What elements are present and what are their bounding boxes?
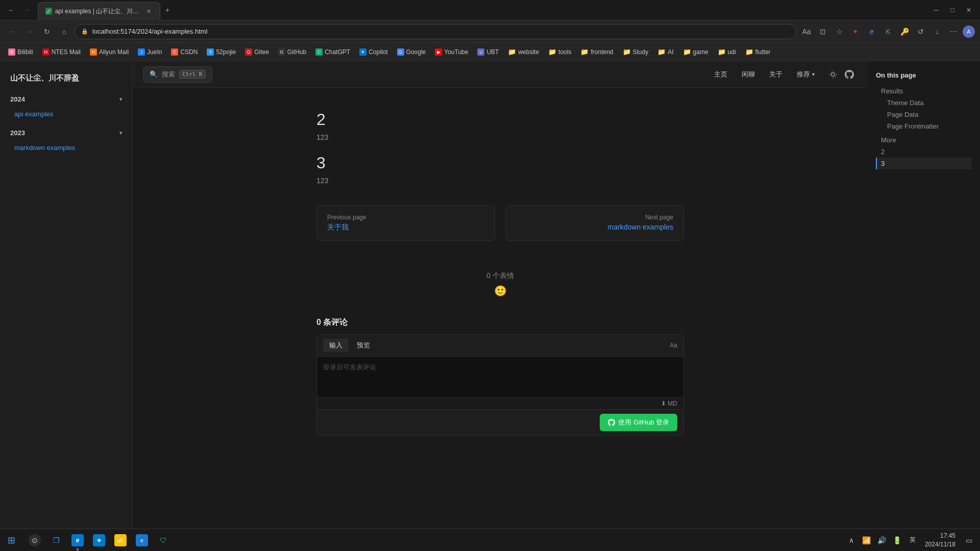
bookmark-folder-ai[interactable]: 📁 AI — [653, 46, 677, 58]
bookmark-bilibili[interactable]: B Bilibili — [4, 46, 37, 58]
download-icon[interactable]: ↓ — [930, 24, 944, 39]
bookmark-folder-tools[interactable]: 📁 tools — [544, 46, 575, 58]
bookmark-gitee[interactable]: G Gitee — [241, 46, 273, 58]
forward-button[interactable]: → — [19, 3, 34, 17]
forward-nav-button[interactable]: → — [22, 24, 37, 39]
search-text: 搜索 — [162, 70, 175, 79]
bookmark-ntes[interactable]: M NTES Mail — [38, 46, 85, 58]
url-input[interactable]: 🔒 localhost:5174/2024/api-examples.html — [75, 24, 796, 39]
toc-theme-data[interactable]: Theme Data — [876, 97, 972, 109]
explorer-taskbar-button[interactable]: 📁 — [110, 529, 131, 552]
vscode-taskbar-icon: ◈ — [93, 534, 105, 546]
bookmark-github[interactable]: G GitHub — [274, 46, 310, 58]
editor-font-size[interactable]: Aa — [670, 342, 677, 349]
bookmark-52pojie[interactable]: 5 52pojie — [203, 46, 240, 58]
bookmark-juejin[interactable]: J JueIn — [134, 46, 166, 58]
folder-icon: 📁 — [718, 48, 726, 56]
ie-taskbar-button[interactable]: e — [132, 529, 152, 552]
language-indicator[interactable]: 英 — [906, 536, 919, 544]
tray-battery-icon[interactable]: 🔋 — [890, 533, 904, 547]
back-button[interactable]: ← — [4, 3, 18, 17]
csdn-icon: C — [171, 48, 178, 56]
taskview-button[interactable]: ❐ — [46, 529, 66, 552]
shield-taskbar-button[interactable]: 🛡 — [153, 529, 174, 552]
toc-more[interactable]: More — [876, 134, 972, 146]
bookmark-copilot[interactable]: ✦ Copilot — [355, 46, 391, 58]
refresh-icon[interactable]: ↺ — [914, 24, 928, 39]
bilibili-icon: B — [8, 48, 15, 56]
bookmark-folder-udi[interactable]: 📁 udi — [714, 46, 740, 58]
ubt-icon: U — [477, 48, 484, 56]
close-tab-button[interactable]: ✕ — [145, 7, 153, 15]
bookmark-ubt[interactable]: U UBT — [473, 46, 503, 58]
github-login-button[interactable]: 使用 GitHub 登录 — [600, 414, 677, 431]
nav-chat[interactable]: 闲聊 — [736, 67, 761, 82]
keepass-icon[interactable]: 🔑 — [897, 24, 912, 39]
tray-up-button[interactable]: ∧ — [844, 533, 859, 547]
bookmark-folder-frontend[interactable]: 📁 frontend — [576, 46, 617, 58]
home-button[interactable]: ⌂ — [57, 24, 71, 39]
taskbar-icons: ⊙ ❐ e ◈ 📁 e 🛡 — [22, 529, 176, 552]
editor-tab-preview[interactable]: 预览 — [351, 339, 376, 352]
next-page-nav[interactable]: Next page markdown examples — [505, 205, 684, 241]
github-link-button[interactable] — [841, 66, 857, 83]
editor-body[interactable]: 登录后可发表评论 — [317, 357, 683, 397]
toc-results[interactable]: Results — [876, 85, 972, 97]
refresh-button[interactable]: ↻ — [40, 24, 54, 39]
back-nav-button[interactable]: ← — [5, 24, 19, 39]
start-button[interactable]: ⊞ — [0, 529, 22, 552]
screenshot-button[interactable]: ⊡ — [816, 24, 830, 39]
active-tab[interactable]: 🔗 api examples | 山不让尘、川不辞盈 ✕ — [38, 2, 160, 20]
theme-toggle-button[interactable] — [825, 66, 841, 83]
vscode-taskbar-button[interactable]: ◈ — [89, 529, 109, 552]
content-column: 🔍 搜索 Ctrl K 主页 闲聊 关于 推荐 ▾ — [133, 61, 868, 551]
edge-icon[interactable]: e — [865, 24, 879, 39]
bookmark-folder-website[interactable]: 📁 website — [504, 46, 543, 58]
tray-volume-icon[interactable]: 🔊 — [875, 533, 889, 547]
comments-count: 0 条评论 — [316, 317, 684, 328]
nav-home[interactable]: 主页 — [708, 67, 733, 82]
clock[interactable]: 17:45 2024/11/18 — [921, 532, 960, 549]
search-box[interactable]: 🔍 搜索 Ctrl K — [143, 66, 212, 83]
toc-page-data[interactable]: Page Data — [876, 109, 972, 120]
aliyun-icon: M — [90, 48, 97, 56]
reader-mode-button[interactable]: Aa — [799, 24, 814, 39]
nav-recommend[interactable]: 推荐 ▾ — [791, 67, 821, 82]
sidebar-link-api-examples[interactable]: api examples — [0, 107, 132, 121]
toc-section-2[interactable]: 2 — [876, 146, 972, 158]
bookmark-folder-game[interactable]: 📁 game — [679, 46, 713, 58]
juejin-icon: J — [138, 48, 145, 56]
extensions-button[interactable]: ✦ — [848, 24, 863, 39]
bookmark-aliyun[interactable]: M Aliyun Mail — [86, 46, 133, 58]
toc-page-frontmatter[interactable]: Page Frontmatter — [876, 120, 972, 132]
toc-title: On this page — [876, 71, 972, 79]
search-taskbar-button[interactable]: ⊙ — [24, 529, 45, 552]
edge-taskbar-button[interactable]: e — [67, 529, 88, 552]
profile-button[interactable]: A — [963, 26, 975, 38]
close-button[interactable]: ✕ — [962, 3, 976, 17]
sidebar-year-2024[interactable]: 2024 ▾ — [0, 91, 132, 107]
tray-network-icon[interactable]: 📶 — [860, 533, 874, 547]
minimize-button[interactable]: ─ — [929, 3, 943, 17]
bookmark-youtube[interactable]: ▶ YouTube — [431, 46, 472, 58]
sidebar-link-markdown-examples[interactable]: markdown examples — [0, 141, 132, 155]
kaspersky-icon[interactable]: K — [881, 24, 895, 39]
maximize-button[interactable]: □ — [945, 3, 960, 17]
more-button[interactable]: ⋯ — [946, 24, 961, 39]
bookmark-google[interactable]: G Google — [393, 46, 430, 58]
new-tab-button[interactable]: ＋ — [160, 3, 175, 17]
sidebar-year-2023[interactable]: 2023 ▾ — [0, 125, 132, 141]
bookmark-chatgpt[interactable]: C ChatGPT — [311, 46, 354, 58]
favorites-button[interactable]: ☆ — [832, 24, 846, 39]
active-indicator — [77, 548, 79, 550]
show-desktop-button[interactable]: ▭ — [962, 533, 976, 547]
section-number-3: 3 — [316, 154, 684, 172]
toc-section-3[interactable]: 3 — [876, 158, 972, 169]
nav-about[interactable]: 关于 — [763, 67, 789, 82]
comment-editor: 输入 预览 Aa 登录后可发表评论 ⬇ MD — [316, 334, 684, 436]
editor-tab-input[interactable]: 输入 — [323, 339, 349, 352]
bookmark-csdn[interactable]: C CSDN — [167, 46, 202, 58]
bookmark-folder-study[interactable]: 📁 Study — [619, 46, 653, 58]
bookmark-folder-flutter[interactable]: 📁 flutter — [741, 46, 775, 58]
prev-page-nav[interactable]: Previous page 关于我 — [316, 205, 495, 241]
